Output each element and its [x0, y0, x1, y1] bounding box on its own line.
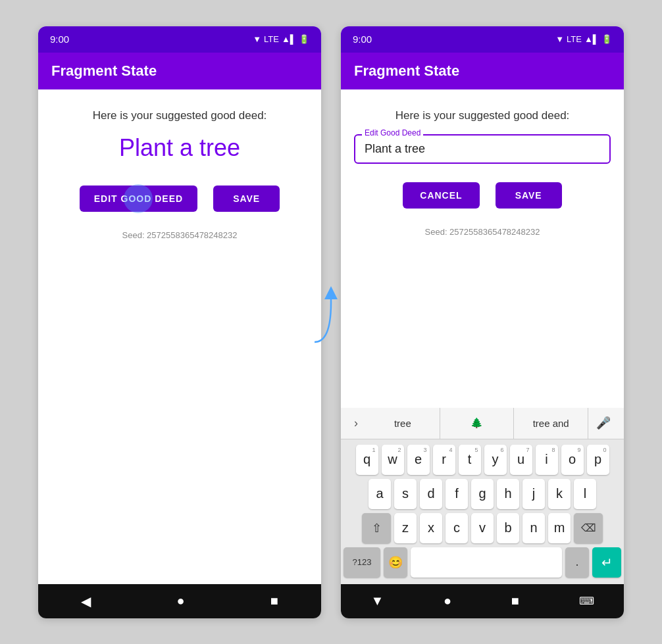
mic-icon[interactable]: 🎤: [588, 416, 619, 430]
period-key[interactable]: .: [565, 547, 589, 578]
key-row-3: ⇧ z x c v b n m ⌫: [344, 513, 621, 543]
suggested-text-1: Here is your suggested good deed:: [93, 109, 267, 122]
key-c[interactable]: c: [446, 513, 468, 543]
enter-key[interactable]: ↵: [592, 547, 621, 578]
buttons-row-2: CANCEL SAVE: [403, 182, 561, 209]
save-button-label-2: SAVE: [515, 190, 542, 201]
save-button-label-1: SAVE: [233, 193, 260, 204]
delete-key[interactable]: ⌫: [574, 513, 603, 543]
key-n[interactable]: n: [522, 513, 545, 543]
edit-field-label: Edit Good Deed: [362, 128, 423, 137]
recent-nav-icon-2[interactable]: ■: [511, 593, 519, 608]
key-t[interactable]: 5t: [459, 445, 481, 475]
key-k[interactable]: k: [548, 479, 571, 509]
home-nav-icon-2[interactable]: ●: [444, 593, 451, 608]
edit-field-input[interactable]: [365, 142, 600, 156]
keyboard-area: › tree 🌲 tree and 🎤 1q 2w 3e 4r 5t 6y 7u…: [341, 408, 624, 584]
phone-2: 9:00 ▼ LTE ▲▌ 🔋 Fragment State Here is y…: [341, 26, 624, 618]
key-j[interactable]: j: [522, 479, 545, 509]
save-button-1[interactable]: SAVE: [213, 186, 280, 212]
signal-icon-1: ▼: [253, 34, 261, 44]
key-r[interactable]: 4r: [433, 445, 455, 475]
key-e[interactable]: 3e: [407, 445, 430, 475]
expand-icon[interactable]: ›: [346, 416, 366, 430]
edit-field-container: Edit Good Deed: [354, 134, 611, 164]
key-row-2: a s d f g h j k l: [344, 479, 621, 509]
signal-icon-2: ▼: [555, 34, 564, 44]
key-g[interactable]: g: [471, 479, 494, 509]
app-bar-2: Fragment State: [341, 53, 624, 89]
battery-icon-2: 🔋: [601, 34, 612, 44]
key-l[interactable]: l: [574, 479, 596, 509]
nav-bar-1: ◀ ● ■: [38, 584, 321, 618]
key-row-1: 1q 2w 3e 4r 5t 6y 7u 8i 9o 0p: [344, 445, 621, 475]
phone-1: 9:00 ▼ LTE ▲▌ 🔋 Fragment State Here is y…: [38, 26, 321, 618]
app-bar-1: Fragment State: [38, 53, 321, 89]
content-2: Here is your suggested good deed: Edit G…: [341, 89, 624, 408]
key-m[interactable]: m: [548, 513, 571, 543]
key-h[interactable]: h: [497, 479, 519, 509]
cancel-button[interactable]: CANCEL: [403, 182, 479, 209]
numeric-key[interactable]: ?123: [344, 547, 380, 578]
status-icons-1: ▼ LTE ▲▌ 🔋: [253, 34, 309, 44]
suggestion-emoji[interactable]: 🌲: [440, 408, 515, 439]
recent-nav-icon[interactable]: ■: [270, 593, 278, 608]
seed-text-2: Seed: 2572558365478248232: [425, 227, 540, 237]
status-bar-2: 9:00 ▼ LTE ▲▌ 🔋: [341, 26, 624, 53]
cancel-button-label: CANCEL: [420, 190, 462, 201]
status-icons-2: ▼ LTE ▲▌ 🔋: [555, 34, 612, 44]
key-row-4: ?123 😊 . ↵: [344, 547, 621, 578]
content-1: Here is your suggested good deed: Plant …: [38, 89, 321, 584]
app-title-1: Fragment State: [51, 62, 157, 80]
app-title-2: Fragment State: [354, 62, 459, 80]
shift-key[interactable]: ⇧: [362, 513, 391, 543]
ripple-effect: [124, 184, 153, 213]
key-i[interactable]: 8i: [536, 445, 558, 475]
key-a[interactable]: a: [369, 479, 391, 509]
home-nav-icon[interactable]: ●: [176, 593, 184, 608]
key-q[interactable]: 1q: [356, 445, 378, 475]
save-button-2[interactable]: SAVE: [496, 182, 562, 209]
status-bar-1: 9:00 ▼ LTE ▲▌ 🔋: [38, 26, 321, 53]
keyboard-suggestions: › tree 🌲 tree and 🎤: [341, 408, 624, 439]
key-s[interactable]: s: [394, 479, 417, 509]
suggestion-tree[interactable]: tree: [366, 408, 440, 439]
key-u[interactable]: 7u: [510, 445, 532, 475]
battery-icon-1: 🔋: [299, 34, 309, 44]
back-nav-icon-2[interactable]: ▼: [370, 593, 384, 608]
bars-icon-2: ▲▌: [584, 34, 599, 44]
emoji-key[interactable]: 😊: [384, 547, 407, 578]
lte-label-1: LTE: [264, 34, 279, 44]
key-w[interactable]: 2w: [382, 445, 404, 475]
time-1: 9:00: [50, 34, 69, 45]
key-f[interactable]: f: [446, 479, 468, 509]
key-v[interactable]: v: [471, 513, 494, 543]
bars-icon-1: ▲▌: [282, 34, 296, 44]
buttons-row-1: EDIT GOOD DEED SAVE: [80, 186, 280, 212]
nav-bar-2: ▼ ● ■ ⌨: [341, 584, 624, 618]
keyboard-rows: 1q 2w 3e 4r 5t 6y 7u 8i 9o 0p a s d f: [341, 439, 624, 584]
good-deed-1: Plant a tree: [119, 134, 240, 162]
seed-text-1: Seed: 2572558365478248232: [122, 230, 238, 240]
suggestion-tree-and[interactable]: tree and: [514, 408, 588, 439]
keyboard-nav-icon[interactable]: ⌨: [579, 595, 594, 607]
back-nav-icon[interactable]: ◀: [81, 593, 91, 609]
lte-label-2: LTE: [567, 34, 582, 44]
key-x[interactable]: x: [420, 513, 442, 543]
suggested-text-2: Here is your suggested good deed:: [395, 109, 570, 122]
key-d[interactable]: d: [420, 479, 442, 509]
key-z[interactable]: z: [394, 513, 417, 543]
key-y[interactable]: 6y: [484, 445, 507, 475]
edit-good-deed-button[interactable]: EDIT GOOD DEED: [80, 186, 197, 212]
key-b[interactable]: b: [497, 513, 519, 543]
time-2: 9:00: [353, 34, 372, 45]
key-o[interactable]: 9o: [561, 445, 584, 475]
key-p[interactable]: 0p: [587, 445, 609, 475]
space-key[interactable]: [411, 547, 562, 578]
